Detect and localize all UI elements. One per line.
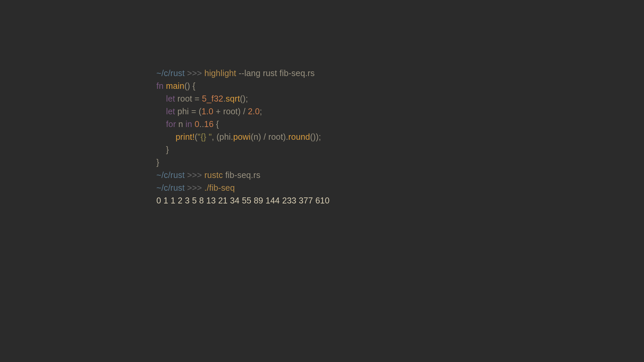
command-rustc: rustc: [204, 170, 223, 180]
prompt-marker: >>>: [187, 170, 202, 180]
command-highlight: highlight: [204, 68, 236, 78]
command-run: ./fib-seq: [204, 183, 235, 192]
program-output: 0 1 1 2 3 5 8 13 21 34 55 89 144 233 377…: [156, 196, 332, 205]
code-line-4: for n in 0..16 {: [156, 119, 219, 129]
prompt-dir: ~/c/rust: [156, 183, 184, 192]
prompt-line-3: ~/c/rust >>> ./fib-seq: [156, 183, 235, 192]
code-line-2: let root = 5_f32.sqrt();: [156, 94, 248, 103]
prompt-line-2: ~/c/rust >>> rustc fib-seq.rs: [156, 170, 260, 180]
code-line-3: let phi = (1.0 + root) / 2.0;: [156, 107, 262, 116]
prompt-line-1: ~/c/rust >>> highlight --lang rust fib-s…: [156, 68, 315, 78]
command-args: fib-seq.rs: [223, 170, 261, 180]
prompt-dir: ~/c/rust: [156, 170, 184, 180]
code-line-5: print!("{} ", (phi.powi(n) / root).round…: [156, 132, 321, 141]
code-line-6: }: [156, 145, 169, 154]
prompt-marker: >>>: [187, 68, 202, 78]
code-line-7: }: [156, 158, 159, 167]
terminal-output: ~/c/rust >>> highlight --lang rust fib-s…: [156, 67, 332, 207]
code-line-1: fn main() {: [156, 81, 195, 90]
prompt-dir: ~/c/rust: [156, 68, 184, 78]
prompt-marker: >>>: [187, 183, 202, 192]
command-args: --lang rust fib-seq.rs: [236, 68, 315, 78]
